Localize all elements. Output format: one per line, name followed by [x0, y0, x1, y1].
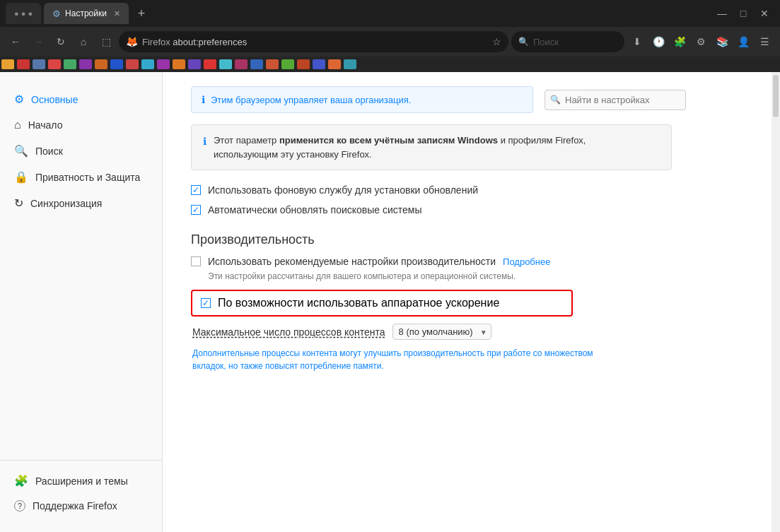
bookmark-dot[interactable] — [235, 59, 248, 69]
checkmark-bg-update: ✓ — [192, 185, 199, 195]
tab-close-icon[interactable]: ✕ — [114, 9, 120, 18]
scrollbar-thumb[interactable] — [773, 75, 779, 117]
sidebar-item-search[interactable]: 🔍 Поиск — [0, 138, 162, 164]
top-bar: ℹ Этим браузером управляет ваша организа… — [191, 86, 686, 113]
sidebar-item-extensions[interactable]: 🧩 Расширения и темы — [0, 468, 162, 494]
perf-recommended-label: Использовать рекомендуемые настройки про… — [208, 256, 496, 267]
back-button[interactable]: ← — [6, 32, 25, 52]
sidebar-label-search: Поиск — [35, 146, 63, 157]
bookmark-dot[interactable] — [48, 59, 61, 69]
browser-window: ● ● ● ⚙ Настройки ✕ + — □ ✕ ← → ↻ ⌂ ⬚ 🦊 … — [0, 0, 780, 532]
profile-icon[interactable]: 👤 — [733, 32, 753, 52]
search-sidebar-icon: 🔍 — [14, 144, 28, 158]
search-settings-icon: 🔍 — [550, 95, 561, 105]
bookmark-dot[interactable] — [219, 59, 232, 69]
sidebar-label-extensions: Расширения и темы — [35, 475, 128, 487]
notice-text: Этот параметр применится ко всем учётным… — [214, 134, 586, 161]
notice-text-part1: Этот параметр — [214, 135, 279, 146]
bookmark-dot[interactable] — [297, 59, 310, 69]
sidebar-label-general: Основные — [31, 94, 78, 105]
checkbox-bg-update[interactable]: ✓ — [191, 185, 201, 195]
sidebar-item-support[interactable]: ? Поддержка Firefox — [0, 494, 162, 518]
perf-hint: Эти настройки рассчитаны для вашего комп… — [208, 271, 743, 281]
privacy-icon: 🔒 — [14, 170, 28, 184]
library-icon[interactable]: 📚 — [712, 32, 732, 52]
managed-notice: ℹ Этим браузером управляет ваша организа… — [191, 86, 533, 113]
checkbox-hardware-accel[interactable]: ✓ — [201, 298, 211, 308]
bookmark-dot[interactable] — [141, 59, 154, 69]
new-tab-button[interactable]: + — [132, 4, 151, 23]
general-icon: ⚙ — [14, 93, 24, 106]
bookmark-dot[interactable] — [313, 59, 325, 69]
support-icon: ? — [14, 500, 25, 512]
bookmark-dot[interactable] — [173, 59, 185, 69]
process-select[interactable]: 8 (по умолчанию) — [392, 324, 491, 340]
address-text: Firefox about:preferences — [142, 37, 488, 47]
sidebar-label-sync: Синхронизация — [30, 198, 102, 209]
bookmark-dot[interactable] — [188, 59, 201, 69]
tab-inactive[interactable]: ● ● ● — [6, 3, 41, 24]
bookmark-dot[interactable] — [33, 59, 45, 69]
more-link[interactable]: Подробнее — [503, 256, 550, 267]
bookmark-dot[interactable] — [95, 59, 107, 69]
maximize-button[interactable]: □ — [733, 4, 753, 23]
screenshot-button[interactable]: ⬚ — [96, 32, 116, 52]
search-placeholder: Поиск — [533, 37, 559, 47]
sidebar-item-privacy[interactable]: 🔒 Приватность и Защита — [0, 164, 162, 190]
bookmark-dot[interactable] — [266, 59, 279, 69]
bookmark-dot[interactable] — [328, 59, 341, 69]
address-firefox-label: Firefox — [142, 37, 170, 47]
address-url: about:preferences — [173, 37, 247, 47]
bookmark-dot[interactable] — [157, 59, 170, 69]
bookmark-dot[interactable] — [79, 59, 92, 69]
process-select-wrap: 8 (по умолчанию) ▼ — [392, 324, 491, 340]
reload-button[interactable]: ↻ — [51, 32, 71, 52]
sidebar-item-general[interactable]: ⚙ Основные — [0, 86, 162, 112]
notice-bold: применится ко всем учётным записям Windo… — [279, 135, 498, 146]
extensions-icon[interactable]: 🧩 — [670, 32, 689, 52]
menu-icon[interactable]: ☰ — [755, 32, 774, 52]
hardware-accel-label: По возможности использовать аппаратное у… — [218, 297, 499, 309]
sidebar-item-sync[interactable]: ↻ Синхронизация — [0, 190, 162, 216]
perf-recommended-row: Использовать рекомендуемые настройки про… — [191, 256, 743, 267]
tab-active-label: Настройки — [65, 8, 107, 18]
tab-active[interactable]: ⚙ Настройки ✕ — [44, 3, 129, 24]
checkbox-auto-search[interactable]: ✓ — [191, 205, 201, 215]
search-settings-input[interactable] — [545, 90, 686, 110]
bookmark-dot[interactable] — [204, 59, 216, 69]
settings-icon[interactable]: ⚙ — [691, 32, 711, 52]
process-count-label: Максимальное число процессов контента — [192, 326, 385, 338]
toolbar: ← → ↻ ⌂ ⬚ 🦊 Firefox about:preferences ☆ … — [0, 27, 780, 57]
bookmark-star-icon[interactable]: ☆ — [492, 36, 501, 47]
checkbox-perf-recommended[interactable] — [191, 256, 201, 266]
bookmark-dot[interactable] — [17, 59, 30, 69]
performance-title: Производительность — [191, 232, 743, 247]
search-icon: 🔍 — [518, 37, 529, 47]
tab-inactive-label: ● ● ● — [14, 9, 33, 18]
bookmark-dot[interactable] — [281, 59, 294, 69]
extensions-sidebar-icon: 🧩 — [14, 474, 28, 487]
bookmark-dot[interactable] — [64, 59, 76, 69]
sidebar-item-home[interactable]: ⌂ Начало — [0, 112, 162, 138]
bookmark-dot[interactable] — [344, 59, 356, 69]
forward-button[interactable]: → — [28, 32, 48, 52]
bookmark-dot[interactable] — [126, 59, 139, 69]
bookmark-dot[interactable] — [110, 59, 123, 69]
scrollbar-track[interactable] — [772, 72, 780, 532]
home-button[interactable]: ⌂ — [74, 32, 93, 52]
bookmark-dot[interactable] — [250, 59, 263, 69]
history-icon[interactable]: 🕐 — [648, 32, 668, 52]
minimize-button[interactable]: — — [712, 4, 732, 23]
sidebar-label-home: Начало — [28, 119, 63, 131]
search-bar[interactable]: 🔍 Поиск — [511, 31, 624, 52]
hardware-accel-box: ✓ По возможности использовать аппаратное… — [191, 290, 573, 317]
search-settings-container: 🔍 — [545, 90, 686, 110]
sync-icon: ↻ — [14, 196, 23, 210]
notice-info-icon: ℹ — [203, 134, 206, 149]
address-bar[interactable]: 🦊 Firefox about:preferences ☆ — [119, 31, 508, 52]
close-button[interactable]: ✕ — [755, 4, 774, 23]
downloads-icon[interactable]: ⬇ — [627, 32, 647, 52]
bookmark-dot[interactable] — [1, 59, 14, 69]
checkbox-auto-search-label: Автоматически обновлять поисковые систем… — [208, 204, 422, 215]
sidebar-bottom: 🧩 Расширения и темы ? Поддержка Firefox — [0, 460, 162, 518]
